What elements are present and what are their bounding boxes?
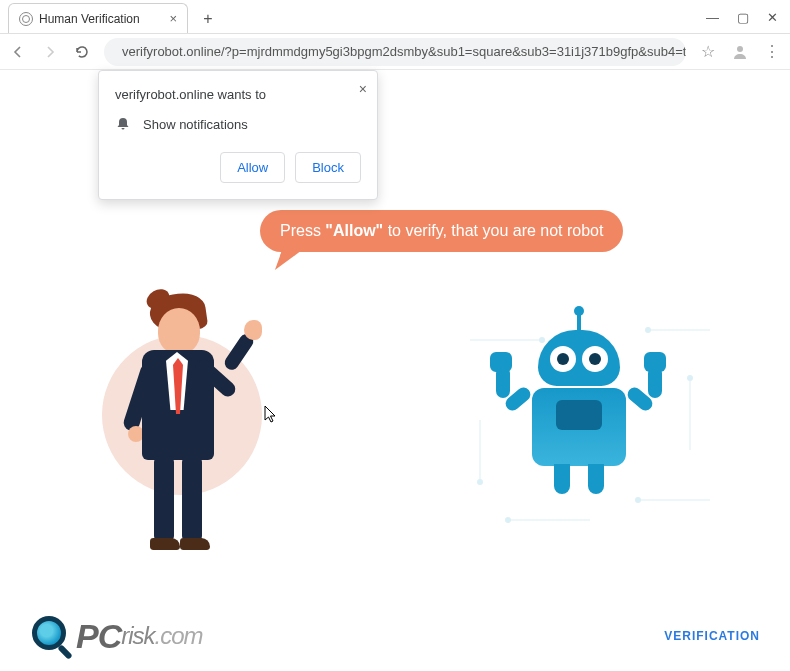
- svg-point-9: [477, 479, 483, 485]
- logo-pc: PC: [76, 617, 121, 656]
- svg-point-11: [505, 517, 511, 523]
- magnifier-icon: [30, 614, 74, 658]
- bubble-post: to verify, that you are not robot: [383, 222, 603, 239]
- close-icon[interactable]: ×: [359, 81, 367, 97]
- logo-risk: risk: [121, 622, 154, 650]
- profile-icon[interactable]: [730, 42, 750, 62]
- globe-icon: [19, 12, 33, 26]
- bubble-pre: Press: [280, 222, 325, 239]
- bubble-bold: "Allow": [325, 222, 383, 239]
- svg-point-1: [737, 46, 743, 52]
- browser-tab[interactable]: Human Verification ×: [8, 3, 188, 33]
- maximize-icon[interactable]: ▢: [737, 10, 749, 25]
- svg-point-13: [635, 497, 641, 503]
- notification-permission-popup: × verifyrobot.online wants to Show notif…: [98, 70, 378, 200]
- browser-titlebar: Human Verification × + — ▢ ✕: [0, 0, 790, 34]
- permission-site-text: verifyrobot.online wants to: [115, 87, 361, 102]
- address-bar[interactable]: verifyrobot.online/?p=mjrdmmdgmy5gi3bpgm…: [104, 38, 686, 66]
- bell-icon: [115, 116, 131, 132]
- verification-label: VERIFICATION: [664, 629, 760, 643]
- man-illustration: [90, 280, 290, 560]
- speech-bubble: Press "Allow" to verify, that you are no…: [260, 210, 623, 252]
- allow-button[interactable]: Allow: [220, 152, 285, 183]
- robot-illustration: [450, 300, 730, 560]
- menu-icon[interactable]: ⋮: [762, 42, 782, 62]
- permission-request-text: Show notifications: [143, 117, 248, 132]
- reload-button[interactable]: [72, 42, 92, 62]
- close-tab-icon[interactable]: ×: [169, 11, 177, 26]
- new-tab-button[interactable]: +: [194, 5, 222, 33]
- close-window-icon[interactable]: ✕: [767, 10, 778, 25]
- footer: PCrisk.com VERIFICATION: [0, 601, 790, 671]
- pcrisk-logo: PCrisk.com: [30, 614, 203, 658]
- url-text: verifyrobot.online/?p=mjrdmmdgmy5gi3bpgm…: [122, 44, 686, 59]
- tab-title: Human Verification: [39, 12, 140, 26]
- forward-button[interactable]: [40, 42, 60, 62]
- block-button[interactable]: Block: [295, 152, 361, 183]
- window-controls: — ▢ ✕: [706, 10, 790, 33]
- svg-point-5: [645, 327, 651, 333]
- browser-toolbar: verifyrobot.online/?p=mjrdmmdgmy5gi3bpgm…: [0, 34, 790, 70]
- star-icon[interactable]: ☆: [698, 42, 718, 62]
- svg-point-7: [687, 375, 693, 381]
- minimize-icon[interactable]: —: [706, 10, 719, 25]
- back-button[interactable]: [8, 42, 28, 62]
- logo-com: .com: [155, 622, 203, 650]
